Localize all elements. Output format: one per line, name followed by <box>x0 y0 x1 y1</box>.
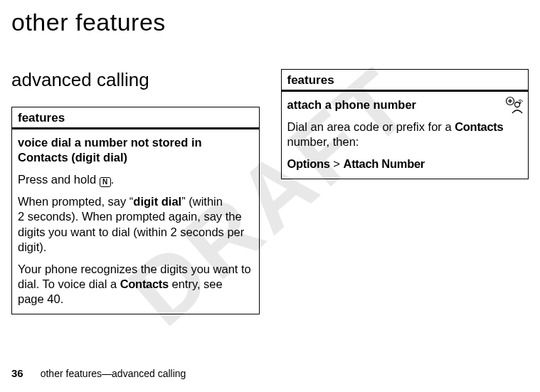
feature-box-voice-dial: features voice dial a number not stored … <box>11 107 260 314</box>
text: attach a phone number <box>287 98 417 111</box>
text-bold: digit dial <box>133 195 181 208</box>
svg-point-4 <box>519 102 521 104</box>
footer-text: other features—advanced calling <box>41 368 186 379</box>
text: . <box>111 173 115 186</box>
feature-box-header: features <box>282 70 529 92</box>
feature-step: Dial an area code or prefix for a Contac… <box>287 120 523 149</box>
text-condensed: Options <box>287 157 330 170</box>
text: number, then: <box>287 135 359 148</box>
text: When prompted, say “ <box>18 195 133 208</box>
text: Dial an area code or prefix for a <box>287 120 455 133</box>
section-heading: advanced calling <box>11 69 260 91</box>
nav-separator: > <box>330 157 344 170</box>
feature-title: voice dial a number not stored in Contac… <box>18 135 253 165</box>
page-title: other features <box>0 0 540 36</box>
feature-box-body: attach a phone number Dial an area code … <box>282 92 529 179</box>
add-contact-icon <box>505 96 524 115</box>
text-condensed: Contacts <box>120 277 169 290</box>
feature-step: Press and hold N. <box>18 172 253 187</box>
left-column: advanced calling features voice dial a n… <box>11 69 260 314</box>
feature-nav: Options > Attach Number <box>287 157 523 171</box>
text-condensed: Contacts <box>455 120 503 133</box>
feature-step: Your phone recognizes the digits you wan… <box>18 262 253 307</box>
feature-title: attach a phone number <box>287 97 523 112</box>
right-column: features attach a phone number Dial an a <box>281 69 529 314</box>
feature-box-header: features <box>12 107 259 129</box>
page-number: 36 <box>11 367 23 379</box>
text: voice dial a number not stored in <box>18 136 202 149</box>
key-glyph: N <box>100 177 111 187</box>
text: Contacts (digit dial) <box>18 151 127 164</box>
content-columns: advanced calling features voice dial a n… <box>0 36 540 314</box>
feature-box-body: voice dial a number not stored in Contac… <box>12 129 259 314</box>
text-condensed: Attach Number <box>344 157 425 170</box>
svg-point-3 <box>515 102 520 107</box>
text: Press and hold <box>18 173 100 186</box>
feature-step: When prompted, say “digit dial” (within … <box>18 194 253 254</box>
feature-box-attach-number: features attach a phone number Dial an a <box>281 69 529 179</box>
page-footer: 36other features—advanced calling <box>11 367 186 379</box>
